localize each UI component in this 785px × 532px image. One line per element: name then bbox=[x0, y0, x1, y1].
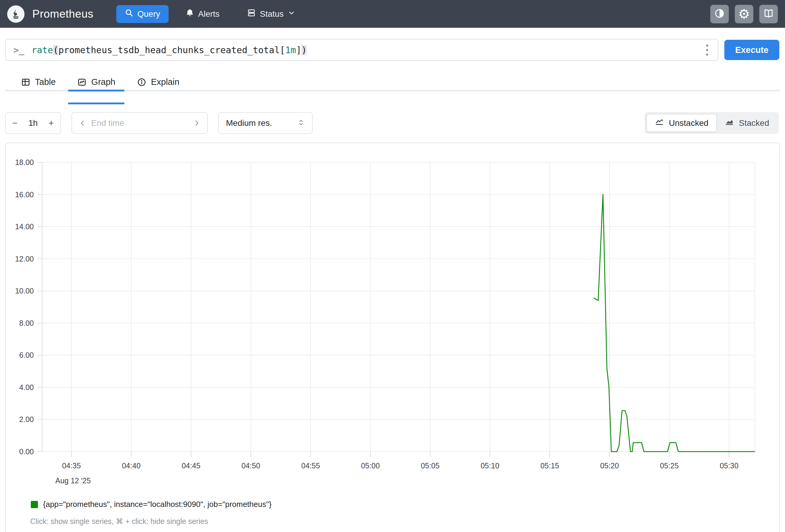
svg-text:10.00: 10.00 bbox=[15, 287, 34, 295]
svg-text:4.00: 4.00 bbox=[19, 383, 34, 391]
svg-text:05:00: 05:00 bbox=[361, 461, 380, 470]
result-tabs: Table Graph Explain bbox=[12, 73, 188, 92]
legend-hint-text: Click: show single series, ⌘ + click: hi… bbox=[30, 517, 779, 526]
app-title: Prometheus bbox=[32, 8, 94, 20]
stacking-toggle: Unstacked Stacked bbox=[644, 112, 779, 134]
svg-text:6.00: 6.00 bbox=[19, 351, 34, 359]
svg-text:05:15: 05:15 bbox=[540, 461, 559, 470]
execute-button[interactable]: Execute bbox=[724, 40, 779, 60]
area-chart-icon bbox=[725, 117, 734, 129]
search-icon bbox=[125, 8, 134, 20]
nav-item-status[interactable]: Status bbox=[245, 8, 297, 20]
stacked-label: Stacked bbox=[739, 118, 769, 128]
resolution-select[interactable]: Medium res. bbox=[218, 112, 313, 134]
nav-item-alerts[interactable]: Alerts bbox=[183, 8, 222, 20]
time-series-chart[interactable]: 18.0016.0014.0012.0010.008.006.004.002.0… bbox=[6, 143, 780, 491]
chevron-down-icon bbox=[287, 9, 295, 19]
tab-table-label: Table bbox=[35, 77, 56, 87]
svg-text:14.00: 14.00 bbox=[15, 222, 34, 231]
svg-text:12.00: 12.00 bbox=[15, 255, 34, 263]
graph-icon bbox=[77, 77, 87, 87]
svg-text:05:05: 05:05 bbox=[421, 461, 440, 470]
documentation-button[interactable] bbox=[759, 5, 778, 23]
resolution-value: Medium res. bbox=[226, 118, 272, 128]
promql-metric: prometheus_tsdb_head_chunks_created_tota… bbox=[58, 45, 280, 55]
svg-text:05:20: 05:20 bbox=[600, 461, 619, 470]
prometheus-logo-icon bbox=[7, 5, 25, 23]
theme-toggle-button[interactable] bbox=[710, 5, 729, 23]
svg-text:Aug 12 '25: Aug 12 '25 bbox=[55, 476, 91, 485]
tab-graph-label: Graph bbox=[91, 77, 116, 87]
promql-open-bracket: [ bbox=[280, 45, 285, 55]
svg-text:18.00: 18.00 bbox=[15, 158, 34, 167]
end-time-picker bbox=[72, 112, 208, 134]
range-value[interactable]: 1h bbox=[28, 118, 38, 128]
svg-text:05:10: 05:10 bbox=[481, 461, 500, 470]
select-chevrons-icon bbox=[297, 119, 305, 128]
nav-actions: ⚙ bbox=[710, 5, 778, 23]
promql-close-bracket: ] bbox=[296, 45, 301, 55]
range-decrease-button[interactable]: − bbox=[12, 118, 18, 128]
svg-text:04:55: 04:55 bbox=[301, 461, 320, 470]
server-icon bbox=[247, 8, 256, 20]
end-time-forward-button[interactable] bbox=[193, 119, 201, 127]
settings-button[interactable]: ⚙ bbox=[735, 5, 753, 23]
graph-panel: 18.0016.0014.0012.0010.008.006.004.002.0… bbox=[5, 143, 780, 532]
info-icon bbox=[137, 77, 147, 87]
tab-explain-label: Explain bbox=[151, 77, 179, 87]
svg-text:0.00: 0.00 bbox=[19, 448, 34, 456]
brand[interactable]: Prometheus bbox=[7, 5, 94, 23]
svg-text:16.00: 16.00 bbox=[15, 191, 34, 199]
active-tab-indicator bbox=[68, 90, 124, 92]
end-time-back-button[interactable] bbox=[79, 119, 86, 127]
table-icon bbox=[21, 77, 30, 87]
unstacked-option[interactable]: Unstacked bbox=[646, 114, 717, 132]
nav-item-alerts-label: Alerts bbox=[198, 9, 220, 19]
nav-item-query[interactable]: Query bbox=[116, 5, 169, 23]
gear-icon: ⚙ bbox=[738, 7, 750, 21]
graph-controls: − 1h + Medium res. Unstacked bbox=[5, 112, 779, 134]
svg-text:8.00: 8.00 bbox=[19, 319, 34, 327]
series-color-swatch bbox=[31, 501, 38, 508]
nav-item-query-label: Query bbox=[137, 9, 160, 19]
range-increase-button[interactable]: + bbox=[48, 118, 54, 128]
tab-explain[interactable]: Explain bbox=[128, 73, 188, 92]
bell-icon bbox=[185, 8, 194, 20]
end-time-input[interactable] bbox=[91, 118, 188, 128]
svg-text:04:50: 04:50 bbox=[242, 461, 260, 470]
legend-item[interactable]: {app="prometheus", instance="localhost:9… bbox=[31, 500, 779, 509]
book-icon bbox=[763, 8, 774, 20]
svg-text:04:35: 04:35 bbox=[62, 461, 81, 470]
tab-graph[interactable]: Graph bbox=[68, 73, 124, 92]
series-label: {app="prometheus", instance="localhost:9… bbox=[43, 500, 272, 509]
top-navbar: Prometheus Query Alerts Status bbox=[0, 0, 785, 28]
nav-item-status-label: Status bbox=[260, 9, 283, 19]
range-stepper: − 1h + bbox=[5, 112, 61, 134]
svg-text:05:30: 05:30 bbox=[720, 461, 739, 470]
line-chart-icon bbox=[655, 117, 664, 129]
promql-function: rate bbox=[31, 45, 53, 55]
promql-duration: 1m bbox=[285, 45, 296, 55]
terminal-prompt-icon: >_ bbox=[14, 45, 23, 55]
svg-text:05:25: 05:25 bbox=[660, 461, 679, 470]
contrast-icon bbox=[714, 8, 725, 20]
query-options-menu-button[interactable] bbox=[704, 43, 710, 57]
promql-close-paren: ) bbox=[301, 45, 307, 55]
unstacked-label: Unstacked bbox=[669, 118, 708, 128]
promql-expression[interactable]: rate(prometheus_tsdb_head_chunks_created… bbox=[31, 45, 704, 55]
stacked-option[interactable]: Stacked bbox=[717, 114, 777, 132]
query-input[interactable]: >_ rate(prometheus_tsdb_head_chunks_crea… bbox=[5, 39, 718, 61]
svg-text:04:45: 04:45 bbox=[182, 461, 201, 470]
tab-table[interactable]: Table bbox=[12, 73, 65, 92]
svg-text:04:40: 04:40 bbox=[122, 461, 141, 470]
svg-text:2.00: 2.00 bbox=[19, 415, 34, 424]
promql-open-paren: ( bbox=[53, 45, 58, 55]
